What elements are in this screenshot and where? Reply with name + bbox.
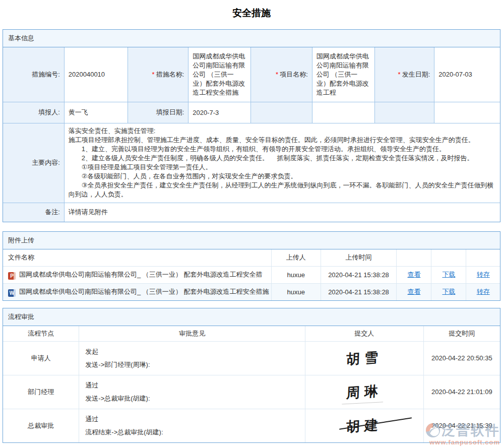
submit-time: 2020-04-22 21:01:09 [423, 375, 500, 409]
download-link[interactable]: 下载 [442, 288, 455, 295]
file-name-cell: P国网成都成华供电公司南阳运输有限公司_ （三供一业） 配套外电源改造工程安全措 [3, 266, 271, 283]
signature-cell: 胡雪 [305, 341, 423, 375]
approval-section: 流程审批 流程节点 审批意见 提交人 提交时间 申请人 发起 发送->部门经理(… [3, 308, 500, 443]
col-header-comment: 审批意见 [79, 326, 305, 342]
attachment-row: W国网成都成华供电公司南阳运输有限公司_ （三供一业） 配套外电源改造工程安全措… [3, 283, 500, 300]
attachment-row: P国网成都成华供电公司南阳运输有限公司_ （三供一业） 配套外电源改造工程安全措… [3, 266, 500, 283]
measure-name-label: *措施名称: [128, 47, 188, 102]
col-header-upload-time: 上传时间 [321, 249, 397, 266]
remark-value: 详情请见附件 [64, 203, 500, 222]
signature-hujian: 胡建 [346, 415, 383, 436]
approval-comment: 发起 发送->部门经理(周琳): [79, 341, 305, 375]
approval-row: 申请人 发起 发送->部门经理(周琳): 胡雪 2020-04-22 20:50… [3, 341, 500, 375]
empty-cell [312, 102, 374, 123]
view-link[interactable]: 查看 [407, 271, 420, 278]
basic-info-section: 基本信息 措施编号: 2020040010 *措施名称: 国网成都成华供电公司南… [3, 29, 500, 222]
measure-no-value: 2020040010 [64, 47, 128, 102]
project-name-label: *项目名称: [251, 47, 312, 102]
page-title: 安全措施 [3, 0, 500, 29]
view-link[interactable]: 查看 [407, 288, 420, 295]
approval-comment: 通过 发送->总裁审批(胡建): [79, 375, 305, 409]
signature-cell: 胡建 [305, 409, 423, 442]
approval-node: 总裁审批 [3, 409, 79, 442]
required-mark: * [152, 71, 155, 78]
attachments-section-title: 附件上传 [3, 232, 500, 249]
col-header-empty [397, 249, 431, 266]
col-header-submit-time: 提交时间 [423, 326, 500, 342]
measure-name-value: 国网成都成华供电公司南阳运输有限公司 （三供一业）配套外电源改造工程安全措施 [188, 47, 251, 102]
occur-date-label: *发生日期: [374, 47, 434, 102]
attachments-section: 附件上传 文件名称 上传人 上传时间 P国网成都成华供电公司南阳运输有限公司_ … [3, 231, 500, 301]
filler-label: 填报人: [3, 102, 64, 123]
approval-node: 申请人 [3, 341, 79, 375]
project-name-label-text: 项目名称: [280, 71, 308, 78]
transfer-link[interactable]: 转存 [477, 288, 490, 295]
empty-cell [374, 102, 434, 123]
main-content-value: 落实安全责任、实施责任管理: 施工项目经理部承担控制、管理施工生产进度、成本、质… [64, 123, 500, 203]
page-root: 安全措施 基本信息 措施编号: 2020040010 *措施名称: 国网成都成华… [0, 0, 503, 443]
empty-cell [434, 102, 500, 123]
col-header-submitter: 提交人 [305, 326, 423, 342]
main-content-label: 主要内容: [3, 123, 64, 203]
required-mark: * [398, 71, 401, 78]
col-header-node: 流程节点 [3, 326, 79, 342]
submit-time: 2020-04-22 21:15:39 [423, 409, 500, 442]
basic-info-section-title: 基本信息 [3, 30, 500, 47]
measure-no-label: 措施编号: [3, 47, 64, 102]
word-file-icon: W [8, 289, 16, 297]
col-header-empty [466, 249, 500, 266]
empty-cell [251, 102, 312, 123]
fill-date-label: 填报日期: [128, 102, 188, 123]
file-name: 国网成都成华供电公司南阳运输有限公司_ （三供一业） 配套外电源改造工程安全措施 [19, 288, 269, 295]
uploader: huxue [271, 283, 321, 300]
upload-time: 2020-04-21 15:38:28 [321, 283, 397, 300]
remark-label: 备注: [3, 203, 64, 222]
col-header-empty [431, 249, 466, 266]
required-mark: * [276, 71, 278, 78]
file-name: 国网成都成华供电公司南阳运输有限公司_ （三供一业） 配套外电源改造工程安全措 [19, 271, 262, 278]
project-name-value: 国网成都成华供电公司南阳运输有限公司 （三供一业）配套外电源改造工程 [312, 47, 374, 102]
upload-time: 2020-04-21 15:38:28 [321, 266, 397, 283]
signature-cell: 周琳 [305, 375, 423, 409]
approval-node: 部门经理 [3, 375, 79, 409]
signature-zhoulin: 周琳 [346, 381, 383, 402]
file-name-cell: W国网成都成华供电公司南阳运输有限公司_ （三供一业） 配套外电源改造工程安全措… [3, 283, 271, 300]
occur-date-label-text: 发生日期: [402, 71, 430, 78]
approval-section-title: 流程审批 [3, 308, 500, 326]
fill-date-value: 2020-7-3 [188, 102, 251, 123]
occur-date-value: 2020-07-03 [434, 47, 500, 102]
transfer-link[interactable]: 转存 [477, 271, 490, 278]
submit-time: 2020-04-22 20:50:35 [423, 341, 500, 375]
approval-comment: 通过 流程结束->总裁审批(胡建): [79, 409, 305, 442]
approval-row: 部门经理 通过 发送->总裁审批(胡建): 周琳 2020-04-22 21:0… [3, 375, 500, 409]
approval-table: 流程节点 审批意见 提交人 提交时间 申请人 发起 发送->部门经理(周琳): … [3, 326, 500, 443]
filler-value: 黄一飞 [64, 102, 128, 123]
measure-name-label-text: 措施名称: [156, 71, 184, 78]
attachments-table: 文件名称 上传人 上传时间 P国网成都成华供电公司南阳运输有限公司_ （三供一业… [3, 249, 500, 300]
basic-info-table: 措施编号: 2020040010 *措施名称: 国网成都成华供电公司南阳运输有限… [3, 47, 500, 222]
signature-huxue: 胡雪 [346, 348, 383, 368]
col-header-uploader: 上传人 [271, 249, 321, 266]
uploader: huxue [271, 266, 321, 283]
approval-row: 总裁审批 通过 流程结束->总裁审批(胡建): 胡建 2020-04-22 21… [3, 409, 500, 442]
download-link[interactable]: 下载 [442, 271, 455, 278]
col-header-file-name: 文件名称 [3, 249, 271, 266]
powerpoint-file-icon: P [8, 272, 16, 280]
